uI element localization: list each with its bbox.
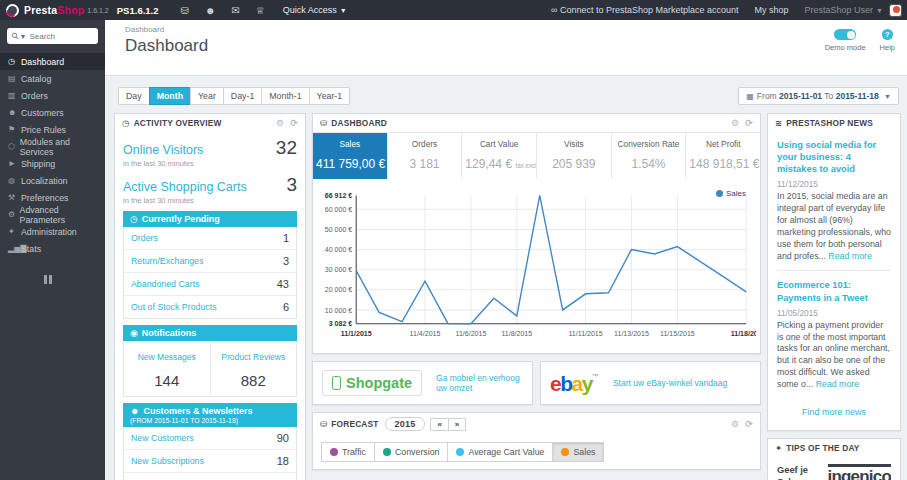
quick-access-menu[interactable]: Quick Access▼ [283,5,347,15]
active-carts-value: 3 [286,174,297,196]
refresh-icon[interactable]: ⟳ [745,118,753,128]
sidebar-item-stats[interactable]: ▂▅▇Stats [0,240,105,257]
forecast-next-button[interactable]: » [448,418,466,431]
sidebar-item-administration[interactable]: ✦Administration [0,223,105,240]
demo-mode-toggle[interactable] [834,29,856,40]
sidebar-item-shipping[interactable]: ►Shipping [0,155,105,172]
online-visitors-link[interactable]: Online Visitors [123,143,203,157]
marketplace-connect-link[interactable]: ∞ Connect to PrestaShop Marketplace acco… [551,5,739,15]
trophy-icon[interactable]: ♕ [256,5,265,16]
demo-mode-control: Demo mode [825,29,866,52]
shopgate-logo: Shopgate [322,370,422,396]
new-customers-value: 90 [277,432,289,444]
news-article-date: 11/05/2015 [777,308,891,318]
page-header: Dashboard Dashboard Demo mode ? Help [105,20,907,76]
forecast-prev-button[interactable]: « [430,418,448,431]
sales-dot-icon [561,448,569,456]
kpi-net-profit[interactable]: Net Profit148 918,51 € tax ex... [686,133,760,179]
sidebar-item-dashboard[interactable]: ◷Dashboard [0,53,105,70]
clock-icon: ◷ [130,214,138,224]
sidebar-item-price-rules[interactable]: ⚑Price Rules [0,121,105,138]
date-range-picker[interactable]: ▦From 2015-11-01 To 2015-11-18 ▼ [738,87,899,105]
sidebar-item-customers[interactable]: ☻Customers [0,104,105,121]
gear-icon[interactable]: ⚙ [731,118,739,128]
new-messages-link[interactable]: New Messages [138,352,196,362]
pending-returns-link[interactable]: Return/Exchanges [131,256,203,266]
search-input[interactable] [30,32,88,41]
forecast-conversion-button[interactable]: Conversion [374,442,449,462]
sidebar-nav: ◷Dashboard ▤Catalog ▥Orders ☻Customers ⚑… [0,53,105,257]
sidebar-item-catalog[interactable]: ▤Catalog [0,70,105,87]
customers-icon[interactable]: ☻ [205,5,216,16]
gear-icon[interactable]: ⚙ [731,419,739,429]
svg-text:10 000 €: 10 000 € [325,305,352,314]
product-reviews-value: 882 [215,372,293,389]
breadcrumb[interactable]: Dashboard [125,25,907,34]
sidebar-item-modules[interactable]: ⬡Modules and Services [0,138,105,155]
forecast-traffic-button[interactable]: Traffic [321,442,375,462]
news-article-date: 11/12/2015 [777,179,891,189]
find-more-news-link[interactable]: Find more news [802,407,866,417]
kpi-cart-value[interactable]: Cart Value129,44 € tax excl. [462,133,537,179]
sidebar-item-advanced-parameters[interactable]: ⚙Advanced Parameters [0,206,105,223]
online-visitors-sub: in the last 30 minutes [123,159,297,168]
user-menu[interactable]: PrestaShop User▼ [805,5,883,15]
online-visitors-value: 32 [276,137,297,159]
my-shop-link[interactable]: My shop [755,5,789,15]
gear-icon[interactable]: ⚙ [276,118,284,128]
out-of-stock-link[interactable]: Out of Stock Products [131,302,217,312]
mail-icon[interactable]: ✉ [231,5,239,16]
pending-row: Orders1 [124,227,296,250]
sidebar-search[interactable]: ⚲ ▼ [7,28,98,44]
refresh-icon[interactable]: ⟳ [745,419,753,429]
collapse-menu-button[interactable] [44,275,105,284]
forecast-sales-button[interactable]: Sales [552,442,604,462]
dashboard-panel: ⛁ DASHBOARD ⚙ ⟳ Sales411 759,00 € tax ex… [312,113,761,354]
kpi-conversion-rate[interactable]: Conversion Rate1.54% [612,133,687,179]
svg-text:11/6/2015: 11/6/2015 [456,329,487,338]
pending-orders-link[interactable]: Orders [131,233,158,243]
chart-legend[interactable]: Sales [716,189,746,198]
cart-icon[interactable]: ⛁ [181,5,189,16]
product-reviews-link[interactable]: Product Reviews [221,352,285,362]
news-article-title[interactable]: Ecommerce 101: Payments in a Tweet [777,279,891,303]
svg-text:20 000 €: 20 000 € [325,285,352,294]
tab-year[interactable]: Year [190,87,224,105]
svg-text:11/4/2015: 11/4/2015 [410,329,441,338]
sidebar-item-localization[interactable]: ◍Localization [0,172,105,189]
news-article-title[interactable]: Using social media for your business: 4 … [777,139,891,175]
tab-day-1[interactable]: Day-1 [223,87,262,105]
read-more-link[interactable]: Read more [816,379,860,389]
svg-text:11/11/2015: 11/11/2015 [568,329,602,338]
abandoned-carts-link[interactable]: Abandoned Carts [131,279,199,289]
pending-orders-value: 1 [283,232,289,244]
refresh-icon[interactable]: ⟳ [290,118,298,128]
new-customers-link[interactable]: New Customers [131,433,194,443]
prestashop-news-panel: ≋ PRESTASHOP NEWS Using social media for… [767,113,901,431]
help-icon[interactable]: ? [882,29,893,40]
tab-month[interactable]: Month [149,87,191,105]
ebay-link[interactable]: Start uw eBay-winkel vandaag [613,378,727,388]
sidebar-item-orders[interactable]: ▥Orders [0,87,105,104]
pending-row: Abandoned Carts43 [124,273,296,296]
kpi-sales[interactable]: Sales411 759,00 € tax excl. [313,133,388,179]
user-avatar[interactable] [889,4,902,17]
ebay-module: ebay™ Start uw eBay-winkel vandaag [540,361,761,405]
tab-year-1[interactable]: Year-1 [309,87,351,105]
active-carts-link[interactable]: Active Shopping Carts [123,180,247,194]
sidebar-item-preferences[interactable]: ⚒Preferences [0,189,105,206]
tab-day[interactable]: Day [118,87,150,105]
tab-month-1[interactable]: Month-1 [261,87,309,105]
svg-text:40 000 €: 40 000 € [325,245,352,254]
dashboard-icon: ◷ [8,57,21,66]
out-of-stock-value: 6 [283,301,289,313]
shopgate-link[interactable]: Ga mobiel en verhoog uw omzet [436,373,523,393]
svg-text:11/1/2015: 11/1/2015 [341,329,372,338]
kpi-orders[interactable]: Orders3 181 [388,133,463,179]
read-more-link[interactable]: Read more [828,251,872,261]
advanced-parameters-icon: ⚙ [8,210,20,219]
kpi-visits[interactable]: Visits205 939 [537,133,612,179]
new-subscriptions-link[interactable]: New Subscriptions [131,456,204,466]
shop-name[interactable]: PS1.6.1.2 [117,5,159,16]
forecast-avg-cart-button[interactable]: Average Cart Value [447,442,553,462]
